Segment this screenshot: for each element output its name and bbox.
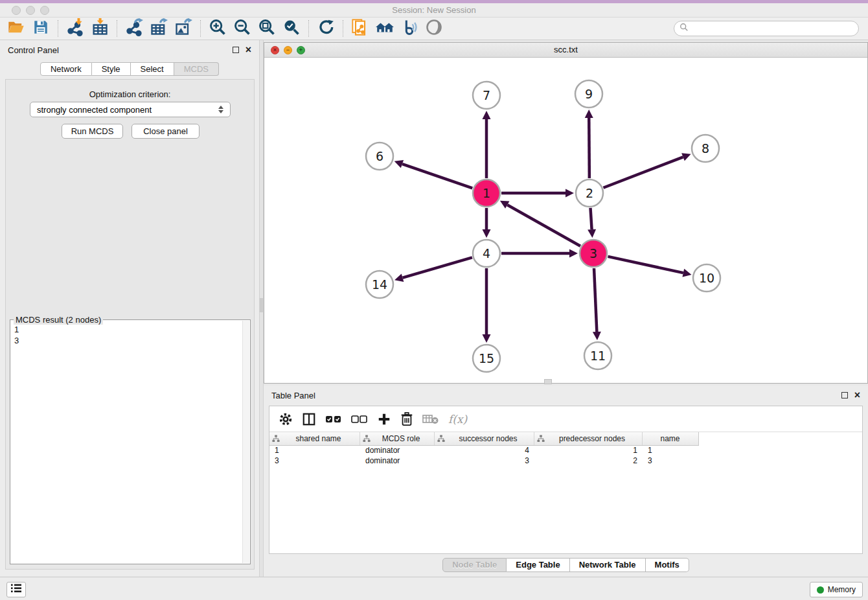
graphics-details-button[interactable] (397, 18, 422, 39)
home-navigator-button[interactable] (372, 18, 397, 39)
cell-shared-name[interactable]: 1 (269, 446, 360, 456)
column-header-name[interactable]: name (643, 432, 698, 445)
import-table-icon (91, 18, 109, 39)
tab-style[interactable]: Style (92, 62, 131, 76)
cell-successor-nodes[interactable]: 3 (435, 456, 534, 467)
cell-predecessor-nodes[interactable]: 1 (534, 446, 643, 456)
export-network-icon (125, 18, 143, 39)
network-document-icon (351, 18, 369, 39)
import-network-button[interactable] (63, 18, 87, 39)
zoom-in-icon (209, 18, 227, 39)
select-all-columns-icon[interactable] (325, 414, 342, 424)
graph-edge-2-3[interactable] (590, 208, 591, 229)
column-header-shared-name[interactable]: shared name (269, 432, 360, 445)
tab-motifs[interactable]: Motifs (646, 558, 689, 572)
table-settings-gear-icon[interactable] (279, 412, 293, 426)
tab-network-table[interactable]: Network Table (570, 558, 646, 572)
graph-edge-2-8[interactable] (603, 157, 683, 187)
close-traffic-light[interactable] (12, 6, 21, 15)
tab-node-table[interactable]: Node Table (442, 558, 507, 572)
mcds-result-title: MCDS result (2 nodes) (14, 315, 103, 325)
open-folder-icon (7, 18, 25, 39)
close-panel-icon[interactable]: × (246, 47, 251, 53)
horizontal-splitter-handle[interactable] (544, 379, 552, 384)
cell-name[interactable]: 3 (643, 456, 698, 467)
network-zoom-icon[interactable]: + (297, 46, 305, 54)
network-close-icon[interactable]: × (271, 46, 279, 54)
tab-mcds[interactable]: MCDS (174, 62, 219, 76)
cell-mcds-role[interactable]: dominator (360, 456, 435, 467)
graph-node-label: 1 (483, 186, 490, 200)
network-graph[interactable]: 7968124314101511 (264, 58, 867, 383)
zoom-in-button[interactable] (205, 18, 230, 39)
birdseye-view-button[interactable] (422, 18, 446, 39)
run-mcds-button[interactable]: Run MCDS (62, 124, 123, 139)
float-panel-icon[interactable] (233, 47, 239, 53)
table-row[interactable]: 3 dominator 3 2 3 (269, 456, 862, 467)
tab-select[interactable]: Select (131, 62, 174, 76)
zoom-fit-button[interactable] (255, 18, 279, 39)
apply-layout-button[interactable] (314, 18, 338, 39)
network-canvas[interactable]: 7968124314101511 (264, 58, 867, 383)
export-table-button[interactable] (146, 18, 171, 39)
cell-successor-nodes[interactable]: 4 (435, 446, 534, 456)
vertical-splitter-handle[interactable] (260, 298, 263, 312)
network-window-titlebar[interactable]: × − + scc.txt (264, 43, 867, 58)
task-history-button[interactable] (6, 582, 26, 597)
graph-edge-arrowhead (483, 334, 491, 343)
optimization-criterion-select[interactable]: strongly connected component (30, 102, 231, 117)
table-row[interactable]: 1 dominator 4 1 1 (269, 446, 862, 456)
delete-column-trash-icon[interactable] (400, 412, 413, 426)
zoom-selected-button[interactable] (279, 18, 304, 39)
cell-name[interactable]: 1 (643, 446, 698, 456)
graph-edge-3-1[interactable] (507, 205, 580, 246)
control-panel: Control Panel × Network Style Select MCD… (0, 40, 259, 577)
save-session-button[interactable] (29, 18, 53, 39)
refresh-arrows-icon (317, 19, 334, 38)
cell-mcds-role[interactable]: dominator (360, 446, 435, 456)
control-panel-tabs: Network Style Select MCDS (0, 62, 259, 76)
minimize-traffic-light[interactable] (26, 6, 35, 15)
float-table-panel-icon[interactable] (841, 392, 848, 398)
import-table-button[interactable] (87, 18, 112, 39)
eye-icon (425, 18, 443, 39)
graph-edge-2-9[interactable] (589, 118, 589, 178)
tab-edge-table[interactable]: Edge Table (507, 558, 569, 572)
cell-shared-name[interactable]: 3 (269, 456, 360, 467)
graph-edge-4-14[interactable] (403, 257, 472, 277)
search-input[interactable] (689, 24, 858, 33)
column-header-predecessor-nodes[interactable]: predecessor nodes (534, 432, 643, 445)
export-image-button[interactable] (171, 18, 196, 39)
zoom-out-icon (233, 18, 251, 39)
open-session-button[interactable] (4, 18, 29, 39)
graph-edge-1-6[interactable] (402, 164, 472, 188)
graph-edge-3-11[interactable] (594, 268, 597, 332)
export-table-icon (150, 18, 168, 39)
app-titlebar: Session: New Session (0, 3, 868, 17)
result-scrollbar[interactable] (242, 321, 249, 563)
search-box[interactable] (674, 21, 859, 36)
node-table-card: f(x) shared name MCDS role successor nod… (269, 406, 863, 554)
memory-button[interactable]: Memory (810, 582, 863, 597)
cell-predecessor-nodes[interactable]: 2 (534, 456, 643, 467)
table-panel-title: Table Panel (271, 391, 315, 400)
close-panel-button[interactable]: Close panel (131, 124, 200, 139)
network-minimize-icon[interactable]: − (284, 46, 292, 54)
tab-network[interactable]: Network (40, 62, 92, 76)
create-column-plus-icon[interactable] (377, 412, 391, 426)
column-header-successor-nodes[interactable]: successor nodes (435, 432, 534, 445)
search-icon (680, 23, 689, 34)
graph-node-label: 10 (699, 271, 714, 285)
graphics-details-icon (400, 18, 418, 39)
import-network-icon (66, 18, 84, 39)
zoom-traffic-light[interactable] (40, 6, 49, 15)
graph-edge-3-10[interactable] (608, 257, 683, 273)
network-file-button[interactable] (348, 18, 372, 39)
unselect-all-columns-icon[interactable] (351, 414, 368, 424)
graph-node-label: 9 (585, 87, 593, 101)
show-column-icon[interactable] (302, 412, 316, 426)
column-header-mcds-role[interactable]: MCDS role (360, 432, 435, 445)
zoom-out-button[interactable] (230, 18, 255, 39)
export-network-button[interactable] (122, 18, 146, 39)
close-table-panel-icon[interactable]: × (854, 392, 860, 398)
